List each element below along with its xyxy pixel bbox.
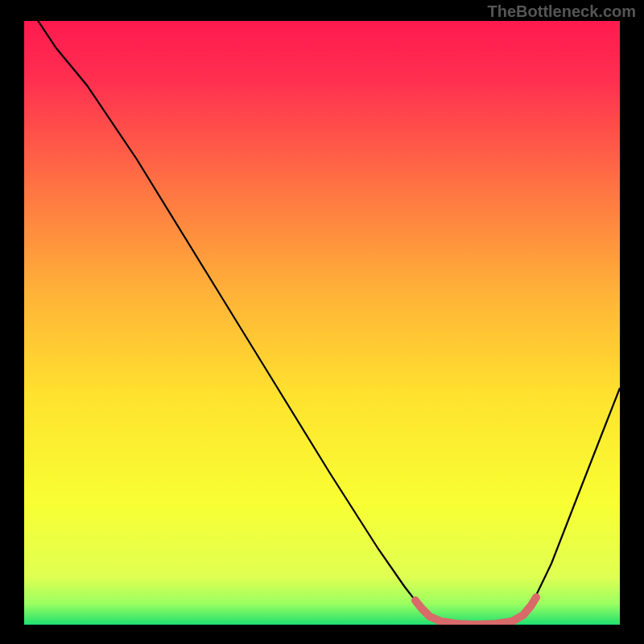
bottleneck-chart xyxy=(0,0,644,644)
plot-background xyxy=(24,21,620,625)
watermark-text: TheBottleneck.com xyxy=(488,2,636,21)
